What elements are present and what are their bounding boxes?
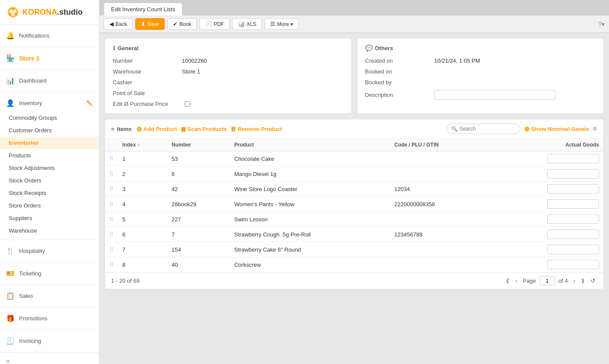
search-input[interactable] bbox=[459, 126, 516, 132]
row-number: 6 bbox=[167, 166, 230, 182]
row-index: 5 bbox=[118, 212, 167, 227]
others-created-label: Created on bbox=[365, 57, 434, 64]
sidebar-item-commodity-groups[interactable]: Commodity Groups bbox=[0, 112, 99, 124]
edit-purchase-checkbox[interactable] bbox=[185, 101, 190, 107]
help-button[interactable]: ?▾ bbox=[598, 21, 605, 28]
actual-goods-input[interactable] bbox=[547, 184, 599, 194]
drag-handle[interactable]: ⠿ bbox=[105, 212, 118, 227]
save-button[interactable]: ⬇ Save bbox=[135, 18, 165, 30]
row-actual-goods bbox=[490, 151, 603, 166]
actual-goods-input[interactable] bbox=[547, 260, 599, 269]
sidebar-item-notifications[interactable]: 🔔 Notifications bbox=[0, 27, 99, 44]
sidebar-ticketing-section: 🎫 Ticketing bbox=[0, 262, 99, 285]
drag-handle[interactable]: ⠿ bbox=[105, 182, 118, 197]
sidebar-item-sales[interactable]: 📋 Sales bbox=[0, 287, 99, 304]
drag-handle[interactable]: ⠿ bbox=[105, 166, 118, 182]
general-card: ℹ General Number 10002260 Warehouse Stor… bbox=[105, 38, 352, 114]
sidebar-collapse-btn[interactable]: « bbox=[0, 352, 99, 364]
others-created-row: Created on 10/21/24, 1:05 PM bbox=[365, 57, 596, 64]
xls-button[interactable]: 📊 XLS bbox=[232, 18, 262, 30]
sidebar-item-inventories[interactable]: Inventories bbox=[0, 137, 99, 149]
content-area: ℹ General Number 10002260 Warehouse Stor… bbox=[99, 33, 609, 364]
book-button[interactable]: ✔ Book bbox=[167, 18, 197, 30]
drag-icon: ⠿ bbox=[109, 216, 114, 223]
back-button[interactable]: ◀ Back bbox=[104, 18, 133, 30]
sidebar-item-stock-adjustments[interactable]: Stock Adjustments bbox=[0, 162, 99, 174]
page-number-input[interactable] bbox=[539, 276, 555, 285]
sidebar-item-hospitality[interactable]: 🍴 Hospitality bbox=[0, 243, 99, 259]
items-icon: ≡ bbox=[111, 126, 115, 132]
items-actions: ⊕ Add Product ▦ Scan Products 🗑 Remove P… bbox=[136, 124, 597, 134]
logo-text: KORONA.studio bbox=[22, 8, 83, 17]
drag-icon: ⠿ bbox=[109, 246, 114, 253]
sidebar-item-promotions[interactable]: 🎁 Promotions bbox=[0, 310, 99, 327]
sidebar-item-stock-orders[interactable]: Stock Orders bbox=[0, 174, 99, 187]
edit-icon[interactable]: ✏️ bbox=[86, 100, 93, 106]
prev-page-button[interactable]: ‹ bbox=[513, 277, 519, 285]
sidebar-item-suppliers[interactable]: Suppliers bbox=[0, 212, 99, 224]
others-created-value: 10/21/24, 1:05 PM bbox=[434, 57, 480, 64]
pdf-button[interactable]: 📄 PDF bbox=[199, 18, 230, 30]
row-actual-goods bbox=[490, 257, 603, 272]
table-row: ⠿ 5 227 Swim Lesson bbox=[105, 212, 603, 227]
more-button[interactable]: ☰ More ▾ bbox=[265, 18, 299, 30]
refresh-button[interactable]: ↺ bbox=[588, 277, 597, 285]
sidebar-item-ticketing[interactable]: 🎫 Ticketing bbox=[0, 265, 99, 282]
first-page-button[interactable]: ⟪ bbox=[504, 277, 511, 285]
sidebar-item-customer-orders[interactable]: Customer Orders bbox=[0, 124, 99, 137]
remove-product-button[interactable]: 🗑 Remove Product bbox=[230, 126, 282, 132]
sidebar-item-dashboard[interactable]: 📊 Dashboard bbox=[0, 72, 99, 89]
sidebar-item-products[interactable]: Products bbox=[0, 149, 99, 162]
sidebar-store-item[interactable]: 🏪 Store 1 bbox=[0, 50, 99, 67]
sidebar-item-invoicing[interactable]: 🧾 Invoicing bbox=[0, 332, 99, 349]
promotions-icon: 🎁 bbox=[6, 314, 15, 322]
actual-goods-input[interactable] bbox=[547, 245, 599, 254]
drag-handle[interactable]: ⠿ bbox=[105, 151, 118, 166]
gear-icon[interactable]: ⚙ bbox=[593, 126, 597, 132]
general-card-title: ℹ General bbox=[113, 45, 344, 51]
col-index[interactable]: Index ↑ bbox=[118, 139, 167, 151]
drag-handle[interactable]: ⠿ bbox=[105, 242, 118, 257]
sidebar-item-store-orders[interactable]: Store Orders bbox=[0, 199, 99, 212]
add-product-button[interactable]: ⊕ Add Product bbox=[136, 125, 177, 133]
next-page-button[interactable]: › bbox=[571, 277, 577, 285]
col-drag bbox=[105, 139, 118, 151]
sidebar-item-inventory[interactable]: 👤 Inventory ✏️ bbox=[0, 95, 99, 112]
tab-edit-inventory[interactable]: Edit Inventory Count Lists bbox=[104, 3, 182, 16]
table-row: ⠿ 6 7 Strawberry Cough .5g Pre-Roll 1234… bbox=[105, 227, 603, 242]
sidebar-store-section: 🏪 Store 1 bbox=[0, 47, 99, 70]
show-nominal-goods-button[interactable]: ⊕ Show Nominal Goods bbox=[524, 125, 589, 133]
drag-handle[interactable]: ⠿ bbox=[105, 227, 118, 242]
actual-goods-input[interactable] bbox=[547, 154, 599, 163]
trash-icon: 🗑 bbox=[230, 126, 236, 132]
drag-icon: ⠿ bbox=[109, 201, 114, 208]
add-icon: ⊕ bbox=[136, 125, 142, 133]
drag-handle[interactable]: ⠿ bbox=[105, 197, 118, 212]
col-code: Code / PLU / GTIN bbox=[390, 139, 490, 151]
drag-handle[interactable]: ⠿ bbox=[105, 257, 118, 272]
general-warehouse-row: Warehouse Store 1 bbox=[113, 68, 344, 75]
table-row: ⠿ 1 53 Chocolate Cake bbox=[105, 151, 603, 166]
sidebar-item-warehouse[interactable]: Warehouse bbox=[0, 224, 99, 237]
row-product: Swim Lesson bbox=[230, 212, 390, 227]
last-page-button[interactable]: ⟫ bbox=[579, 277, 587, 285]
sales-icon: 📋 bbox=[6, 292, 15, 300]
actual-goods-input[interactable] bbox=[547, 230, 599, 239]
table-row: ⠿ 2 6 Mango Diesel 1g bbox=[105, 166, 603, 182]
table-row: ⠿ 7 154 Strawberry Cake 6" Round bbox=[105, 242, 603, 257]
scan-products-button[interactable]: ▦ Scan Products bbox=[181, 126, 227, 132]
sidebar-item-stock-receipts[interactable]: Stock Receipts bbox=[0, 187, 99, 199]
row-index: 6 bbox=[118, 227, 167, 242]
items-table-body: ⠿ 1 53 Chocolate Cake ⠿ 2 6 Mango Diesel… bbox=[105, 151, 603, 272]
actual-goods-input[interactable] bbox=[547, 199, 599, 209]
inventory-icon: 👤 bbox=[6, 99, 15, 107]
row-index: 8 bbox=[118, 257, 167, 272]
general-pos-row: Point of Sale bbox=[113, 90, 344, 96]
general-edit-purchase-label: Edit Ø Purchase Price bbox=[113, 101, 182, 107]
sidebar-inventory-label: Inventory bbox=[19, 100, 42, 106]
actual-goods-input[interactable] bbox=[547, 214, 599, 224]
description-input[interactable] bbox=[434, 90, 555, 100]
actual-goods-input[interactable] bbox=[547, 169, 599, 179]
top-cards-row: ℹ General Number 10002260 Warehouse Stor… bbox=[105, 38, 604, 114]
sidebar-invoicing-label: Invoicing bbox=[19, 338, 41, 344]
